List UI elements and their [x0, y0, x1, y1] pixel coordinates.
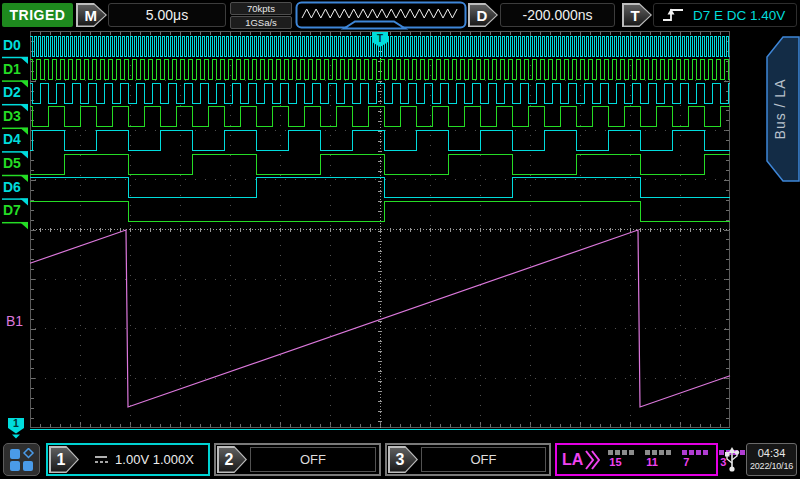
bus-la-tab-svg: Bus / LA [765, 36, 800, 182]
la-chevron-icon [585, 449, 600, 471]
la-group-11-label: 11 [645, 457, 671, 468]
clock-box: 04:34 2022/10/16 [746, 443, 797, 476]
memory-waveform-preview[interactable] [295, 1, 467, 30]
rising-edge-icon [661, 6, 685, 24]
top-bar: TRIGED M 5.00μs 70kpts 1GSa/s D -200.000… [0, 0, 800, 30]
d7-label[interactable]: D7 [3, 202, 21, 218]
channel3-state: OFF [421, 447, 546, 472]
trigger-badge-label: T [624, 5, 651, 26]
bus-la-tab-label: Bus / LA [772, 79, 788, 140]
d6-label[interactable]: D6 [3, 179, 21, 195]
la-group-11-squares [645, 450, 671, 455]
channel1-badge: 1 [49, 446, 79, 473]
timebase-badge[interactable]: M [76, 3, 107, 27]
d3-label[interactable]: D3 [3, 108, 21, 124]
bottom-bar: 1 1.00V 1.000X 2 OFF 3 OFF [0, 440, 800, 479]
channel1-number: 1 [51, 448, 78, 472]
usb-status [721, 444, 743, 475]
menu-icon [9, 448, 35, 472]
clock-date: 2022/10/16 [750, 461, 793, 472]
b1-label[interactable]: B1 [6, 313, 23, 329]
sample-rate-readout: 1GSa/s [230, 16, 292, 29]
channel3-number: 3 [390, 448, 417, 472]
timebase-badge-label: M [78, 5, 106, 26]
memory-preview-svg [295, 1, 467, 30]
delay-badge[interactable]: D [468, 3, 498, 27]
channel2-number: 2 [219, 448, 246, 472]
channel2-box[interactable]: 2 OFF [214, 443, 381, 476]
memory-depth-readout: 70kpts [230, 2, 292, 15]
timebase-value[interactable]: 5.00μs [108, 3, 226, 27]
usb-icon [723, 445, 741, 474]
la-group-15-squares [608, 450, 634, 455]
d1-label[interactable]: D1 [3, 61, 21, 77]
svg-text:T: T [377, 33, 383, 44]
channel2-state: OFF [250, 447, 376, 472]
trigger-info-readout: D7 E DC 1.40V [693, 8, 785, 23]
svg-text:1: 1 [13, 417, 19, 429]
la-label: LA [562, 451, 583, 469]
channel1-readout: 1.00V 1.000X [79, 445, 208, 474]
d5-label[interactable]: D5 [3, 155, 21, 171]
channel1-box[interactable]: 1 1.00V 1.000X [46, 443, 210, 476]
la-group-7: 7 [682, 450, 708, 474]
la-group-7-label: 7 [682, 457, 708, 468]
channel2-badge: 2 [217, 446, 247, 473]
d1-trace [30, 60, 730, 80]
delay-badge-label: D [470, 5, 497, 26]
graticule [31, 32, 731, 428]
trigger-badge[interactable]: T [622, 3, 652, 27]
channel3-box[interactable]: 3 OFF [385, 443, 551, 476]
window-position-marker[interactable] [344, 22, 405, 29]
oscilloscope-screen: TRIGED M 5.00μs 70kpts 1GSa/s D -200.000… [0, 0, 800, 479]
trigger-status-badge: TRIGED [2, 3, 73, 27]
bus-la-tab[interactable]: Bus / LA [765, 36, 800, 186]
channel1-scale: 1.00V 1.000X [115, 452, 194, 467]
d4-label[interactable]: D4 [3, 131, 21, 147]
trigger-settings[interactable]: D7 E DC 1.40V [653, 3, 797, 27]
la-badge: LA [557, 445, 600, 474]
waveform-display[interactable]: D0D1D2D3D4D5D6D7B1 T 1 [0, 30, 800, 440]
logic-analyzer-box[interactable]: LA 151173 [555, 443, 718, 476]
menu-button[interactable] [3, 443, 40, 476]
dc-coupling-icon [93, 454, 109, 465]
channel3-badge: 3 [388, 446, 418, 473]
channel1-position-marker[interactable]: 1 [8, 417, 24, 439]
la-group-7-squares [682, 450, 708, 455]
d0-position-marker[interactable] [20, 57, 28, 64]
clock-time: 04:34 [758, 447, 786, 461]
d2-label[interactable]: D2 [3, 84, 21, 100]
la-group-15: 15 [608, 450, 634, 474]
la-group-11: 11 [645, 450, 671, 474]
d0-label[interactable]: D0 [3, 37, 21, 53]
delay-value[interactable]: -200.000ns [500, 3, 615, 27]
la-group-15-label: 15 [608, 457, 634, 468]
